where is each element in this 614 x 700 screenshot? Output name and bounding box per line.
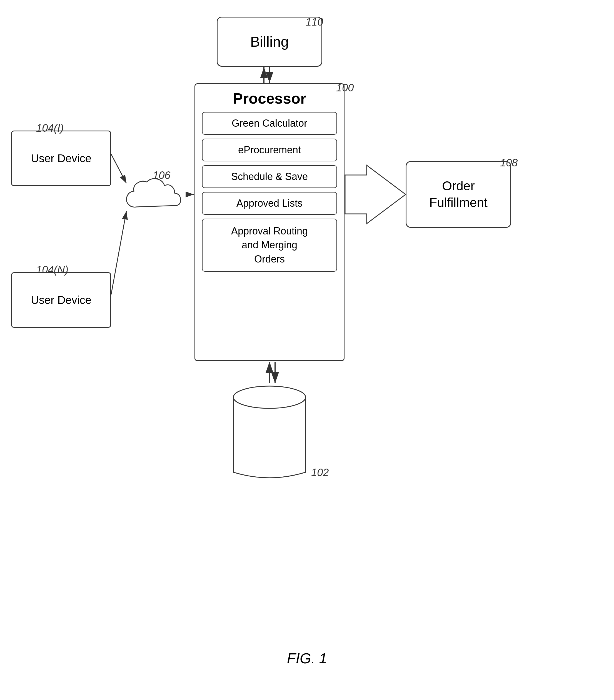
processor-item-eprocurement: eProcurement	[202, 139, 337, 161]
processor-box: Processor Green Calculator eProcurement …	[195, 83, 344, 361]
processor-item-green-calc: Green Calculator	[202, 112, 337, 135]
user-device-2-label: User Device	[31, 294, 91, 307]
database-icon	[230, 383, 309, 478]
billing-label: Billing	[250, 33, 289, 50]
diagram-container: Billing 110 Processor Green Calculator e…	[0, 0, 614, 700]
billing-ref: 110	[305, 16, 323, 28]
user-device-2-box: User Device	[11, 272, 111, 328]
user-device-1-label: User Device	[31, 152, 91, 165]
cloud-ref: 106	[153, 170, 170, 182]
processor-ref: 100	[336, 82, 354, 94]
processor-item-schedule-save: Schedule & Save	[202, 165, 337, 188]
user-device-2-ref: 104(N)	[36, 264, 68, 276]
database-ref: 102	[311, 467, 329, 479]
order-fulfillment-label: OrderFulfillment	[429, 178, 488, 211]
cloud-icon	[108, 164, 186, 225]
processor-item-approval-routing: Approval Routingand MergingOrders	[202, 218, 337, 272]
svg-marker-10	[345, 165, 406, 224]
svg-point-1	[234, 386, 305, 408]
processor-item-approved-lists: Approved Lists	[202, 192, 337, 215]
order-fulfillment-box: OrderFulfillment	[406, 161, 511, 228]
processor-title: Processor	[202, 90, 337, 107]
order-fulfillment-ref: 108	[500, 157, 517, 169]
user-device-1-ref: 104(I)	[36, 122, 64, 134]
figure-label: FIG. 1	[287, 650, 327, 667]
user-device-1-box: User Device	[11, 130, 111, 186]
